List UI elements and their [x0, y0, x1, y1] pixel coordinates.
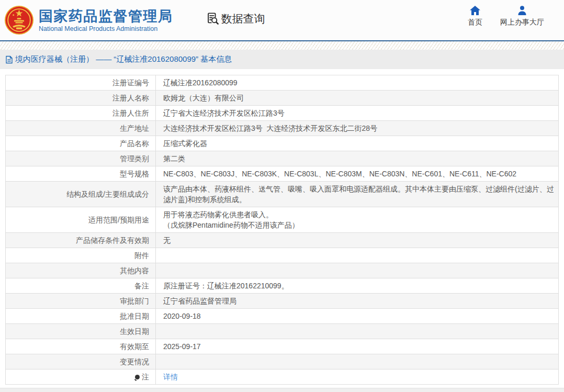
nav-service-hall[interactable]: 网上办事大厅 — [500, 5, 544, 27]
table-row: 附件 — [6, 248, 559, 263]
data-query-tab[interactable]: 数据查询 — [206, 12, 265, 26]
row-value: 第二类 — [156, 151, 559, 166]
row-label: 审批部门 — [6, 294, 156, 309]
table-row: 型号规格NE-C803、NE-C803J、NE-C803K、NE-C803L、N… — [6, 166, 559, 182]
data-query-icon — [206, 12, 220, 26]
row-value: 欧姆龙（大连）有限公司 — [156, 91, 559, 106]
row-value: 该产品由本体、药液杯组件、送气管、吸嘴、吸入面罩和电源适配器组成。其中本体主要由… — [156, 182, 559, 207]
site-header: 国家药品监督管理局 National Medical Products Admi… — [0, 0, 564, 40]
row-value: 辽宁省药品监督管理局 — [156, 294, 559, 309]
row-value: 无 — [156, 233, 559, 248]
row-label: 注册证编号 — [6, 75, 156, 91]
row-label: 产品名称 — [6, 136, 156, 151]
row-label: 备注 — [6, 278, 156, 294]
detail-link[interactable]: 详情 — [163, 373, 178, 381]
table-row: 产品储存条件及有效期无 — [6, 233, 559, 248]
row-value: 用于将液态药物雾化供患者吸入。 （戊烷脒Pentamidine药物不适用该产品） — [156, 207, 559, 233]
table-row: 注册人住所辽宁省大连经济技术开发区松江路3号 — [6, 106, 559, 121]
breadcrumb-text: 境内医疗器械（注册） —— “辽械注准20162080099” 基本信息 — [15, 54, 232, 64]
row-value: 2025-09-17 — [156, 339, 559, 354]
row-label: 注册人住所 — [6, 106, 156, 121]
nav-service-hall-label: 网上办事大厅 — [500, 18, 544, 27]
row-label: 变更情况 — [6, 354, 156, 369]
row-label: 型号规格 — [6, 166, 156, 182]
row-label: 其他内容 — [6, 263, 156, 278]
table-row: 适用范围/预期用途用于将液态药物雾化供患者吸入。 （戊烷脒Pentamidine… — [6, 207, 559, 233]
registration-info-table-wrap: 注册证编号辽械注准20162080099注册人名称欧姆龙（大连）有限公司注册人住… — [5, 75, 559, 385]
nav-home-label: 首页 — [468, 18, 482, 27]
table-row: 产品名称压缩式雾化器 — [6, 136, 559, 151]
footer-strip — [0, 388, 564, 392]
row-value: 原注册证号：辽械注准20162210099。 — [156, 278, 559, 294]
row-label: 结构及组成/主要组成成分 — [6, 182, 156, 207]
note-icon — [135, 375, 140, 379]
row-label: 生产地址 — [6, 121, 156, 136]
user-icon — [517, 5, 527, 16]
row-label: 附件 — [6, 248, 156, 263]
table-row: 其他内容 — [6, 263, 559, 278]
table-row: 变更情况 — [6, 354, 559, 369]
header-nav: 首页 网上办事大厅 — [468, 5, 544, 27]
table-row: 生效日期 — [6, 324, 559, 339]
row-label: 生效日期 — [6, 324, 156, 339]
hatch-band — [0, 41, 564, 50]
table-row: 批准日期2020-09-18 — [6, 309, 559, 324]
row-label: 注册人名称 — [6, 91, 156, 106]
row-value: NE-C803、NE-C803J、NE-C803K、NE-C803L、NE-C8… — [156, 166, 559, 182]
breadcrumb: 境内医疗器械（注册） —— “辽械注准20162080099” 基本信息 — [0, 50, 564, 69]
row-value — [156, 248, 559, 263]
row-label: 管理类别 — [6, 151, 156, 166]
nav-home[interactable]: 首页 — [468, 5, 482, 27]
row-label: 适用范围/预期用途 — [6, 207, 156, 233]
row-label: 产品储存条件及有效期 — [6, 233, 156, 248]
table-row: 注详情 — [6, 369, 559, 385]
table-row: 有效期至2025-09-17 — [6, 339, 559, 354]
row-value — [156, 263, 559, 278]
table-row: 结构及组成/主要组成成分该产品由本体、药液杯组件、送气管、吸嘴、吸入面罩和电源适… — [6, 182, 559, 207]
row-value — [156, 324, 559, 339]
table-row: 注册证编号辽械注准20162080099 — [6, 75, 559, 91]
row-value: 详情 — [156, 369, 559, 385]
row-value — [156, 354, 559, 369]
row-value: 辽宁省大连经济技术开发区松江路3号 — [156, 106, 559, 121]
home-icon — [469, 5, 481, 16]
registration-info-table: 注册证编号辽械注准20162080099注册人名称欧姆龙（大连）有限公司注册人住… — [5, 75, 559, 385]
table-row: 管理类别第二类 — [6, 151, 559, 166]
table-row: 注册人名称欧姆龙（大连）有限公司 — [6, 91, 559, 106]
national-emblem-icon — [4, 5, 34, 35]
site-titles: 国家药品监督管理局 National Medical Products Admi… — [39, 8, 173, 32]
document-icon — [5, 55, 13, 64]
row-value: 压缩式雾化器 — [156, 136, 559, 151]
site-logo: 国家药品监督管理局 National Medical Products Admi… — [0, 5, 173, 35]
table-row: 审批部门辽宁省药品监督管理局 — [6, 294, 559, 309]
table-row: 生产地址大连经济技术开发区松江路3号 大连经济技术开发区东北二街28号 — [6, 121, 559, 136]
data-query-label: 数据查询 — [221, 12, 265, 26]
row-label: 批准日期 — [6, 309, 156, 324]
row-label: 注 — [6, 369, 156, 385]
site-title-en: National Medical Products Administration — [39, 25, 173, 32]
table-row: 备注原注册证号：辽械注准20162210099。 — [6, 278, 559, 294]
row-value: 大连经济技术开发区松江路3号 大连经济技术开发区东北二街28号 — [156, 121, 559, 136]
row-label: 有效期至 — [6, 339, 156, 354]
site-title-cn: 国家药品监督管理局 — [39, 8, 173, 24]
row-value: 辽械注准20162080099 — [156, 75, 559, 91]
row-value: 2020-09-18 — [156, 309, 559, 324]
